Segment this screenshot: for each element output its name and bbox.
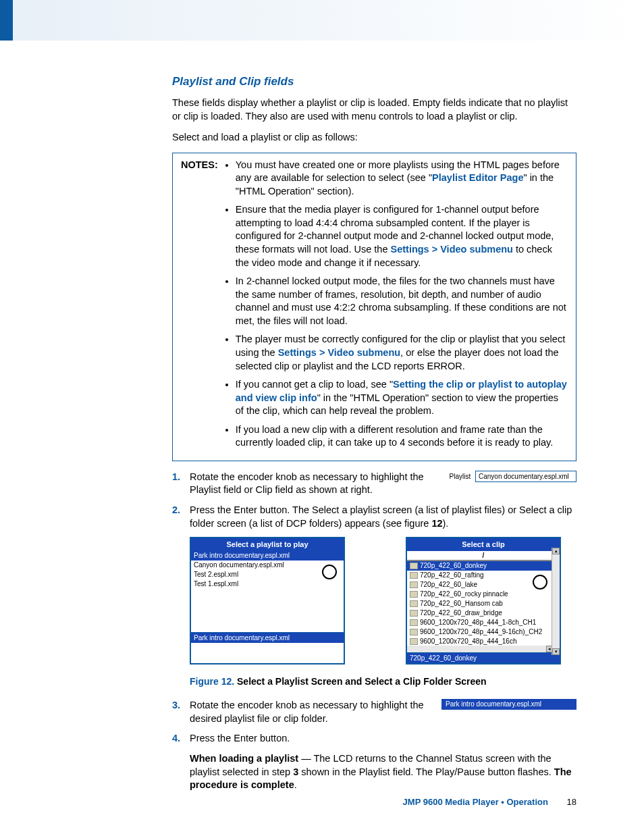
note-item: The player must be correctly configured …	[236, 333, 568, 373]
steps-list: Rotate the encoder knob as necessary to …	[172, 471, 576, 530]
page-number: 18	[567, 797, 576, 807]
playlist-value-box: Canyon documentary.espl.xml	[475, 471, 576, 483]
step-1: Rotate the encoder knob as necessary to …	[172, 471, 576, 497]
section-heading: Playlist and Clip fields	[172, 74, 576, 90]
note-item: Ensure that the media player is configur…	[236, 203, 568, 269]
step-2: Press the Enter button. The Select a pla…	[172, 504, 576, 530]
list-item[interactable]: 720p_422_60_donkey	[407, 561, 552, 571]
playlist-screen: Select a playlist to play Park intro doc…	[190, 537, 345, 664]
selected-file-bar: Park intro documentary.espl.xml	[441, 699, 576, 710]
scroll-up-icon[interactable]: ▴	[552, 548, 560, 554]
list-item[interactable]: 720p_422_60_draw_bridge	[407, 608, 552, 618]
note-item: You must have created one or more playli…	[236, 159, 568, 199]
clip-list: 720p_422_60_donkey 720p_422_60_rafting 7…	[407, 561, 560, 646]
link-settings-video-2[interactable]: Settings > Video submenu	[278, 347, 400, 358]
clip-status-bar: 720p_422_60_donkey	[407, 652, 560, 664]
list-item[interactable]: Test 2.espl.xml	[191, 570, 344, 579]
clip-screen-title: Select a clip	[407, 538, 560, 551]
link-settings-video[interactable]: Settings > Video submenu	[390, 244, 512, 255]
intro-paragraph-2: Select and load a playlist or clip as fo…	[172, 131, 576, 145]
clip-screen: Select a clip / 720p_422_60_donkey 720p_…	[406, 537, 561, 664]
step-4-detail: When loading a playlist — The LCD return…	[190, 752, 576, 792]
clip-column-header: /	[407, 551, 560, 561]
list-item[interactable]: 9600_1200x720_48p_444_9-16ch)_CH2	[407, 627, 552, 637]
list-item[interactable]: Test 1.espl.xml	[191, 579, 344, 589]
step-4: Press the Enter button.	[172, 732, 576, 746]
playlist-screen-title: Select a playlist to play	[191, 538, 344, 551]
page-content: Playlist and Clip fields These fields di…	[0, 41, 644, 792]
notes-box: NOTES: You must have created one or more…	[172, 153, 576, 461]
list-item[interactable]: Park intro documentary.espl.xml	[191, 551, 344, 561]
encoder-knob-icon	[322, 565, 337, 579]
note-item: If you load a new clip with a different …	[236, 423, 568, 450]
list-item[interactable]: 9600_1200x720_48p_444_16ch	[407, 637, 552, 646]
figure-row: Select a playlist to play Park intro doc…	[190, 537, 576, 664]
page-header-bar	[0, 0, 644, 41]
scroll-down-icon[interactable]: ▾	[552, 648, 560, 655]
note-item: If you cannot get a clip to load, see "S…	[236, 378, 568, 418]
playlist-list: Park intro documentary.espl.xml Canyon d…	[191, 551, 344, 632]
list-item[interactable]: 9600_1200x720_48p_444_1-8ch_CH1	[407, 618, 552, 627]
link-playlist-editor[interactable]: Playlist Editor Page	[432, 172, 523, 183]
notes-list: You must have created one or more playli…	[222, 159, 568, 455]
list-item[interactable]: 720p_422_60_Hansom cab	[407, 599, 552, 608]
step-3: Rotate the encoder knob as necessary to …	[172, 699, 576, 725]
playlist-field-example: Playlist Canyon documentary.espl.xml	[450, 471, 576, 483]
figure-caption: Figure 12. Select a Playlist Screen and …	[190, 675, 576, 688]
playlist-status-bar: Park intro documentary.espl.xml	[191, 632, 344, 644]
vertical-scrollbar[interactable]: ▴ ▾	[552, 548, 560, 655]
list-item[interactable]: Canyon documentary.espl.xml	[191, 561, 344, 570]
intro-paragraph-1: These fields display whether a playlist …	[172, 97, 576, 123]
notes-label: NOTES:	[181, 159, 218, 455]
steps-list-cont: Rotate the encoder knob as necessary to …	[172, 699, 576, 746]
horizontal-scrollbar[interactable]: ◂ ▸	[407, 646, 560, 652]
note-item: In 2-channel locked output mode, the fil…	[236, 275, 568, 328]
list-item[interactable]: 720p_422_60_rafting	[407, 571, 552, 580]
encoder-knob-icon	[533, 575, 547, 590]
page-footer: JMP 9600 Media Player • Operation 18	[403, 797, 576, 807]
list-item[interactable]: 720p_422_60_lake	[407, 580, 552, 590]
list-item[interactable]: 720p_422_60_rocky pinnacle	[407, 590, 552, 599]
